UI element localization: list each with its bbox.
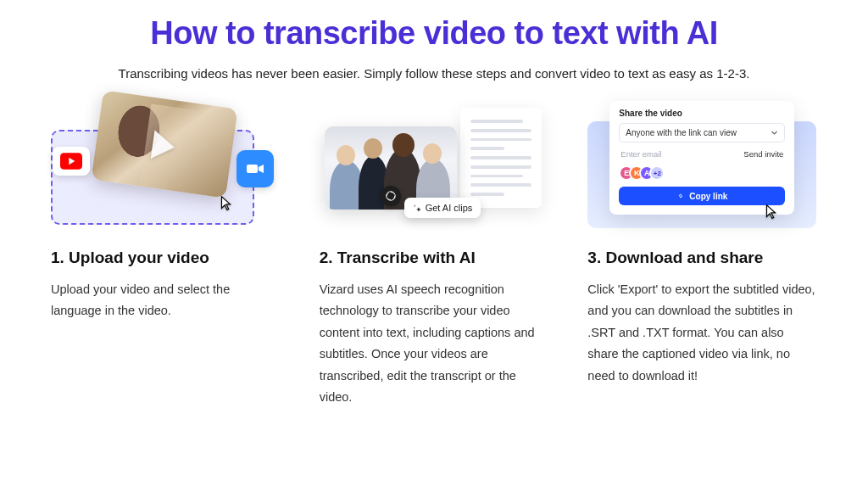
share-avatars: E K A +2 [619,165,785,181]
step-body-1: Upload your video and select the languag… [51,279,281,322]
step-title-3: 3. Download and share [587,249,817,267]
link-icon [676,192,685,200]
illustration-upload [51,98,281,233]
step-body-2: Vizard uses AI speech recognition techno… [320,279,549,408]
cursor-icon [217,194,236,213]
svg-rect-1 [247,165,258,173]
steps-row: 1. Upload your video Upload your video a… [51,98,817,408]
get-ai-clips-label: Get AI clips [426,203,473,213]
share-email-placeholder: Enter email [620,149,661,159]
copy-link-button: Copy link [619,187,785,205]
step-title-1: 1. Upload your video [51,249,281,267]
youtube-icon [53,147,90,176]
svg-point-2 [386,192,395,201]
get-ai-clips-chip: Get AI clips [404,198,481,218]
sparkle-icon [413,204,422,213]
cursor-icon [762,203,781,221]
step-transcribe: Get AI clips 2. Transcribe with AI Vizar… [320,98,549,408]
share-panel-title: Share the video [619,109,785,118]
openai-icon [381,186,401,206]
share-permission-select: Anyone with the link can view [619,123,785,143]
page-subtitle: Transcribing videos has never been easie… [112,64,756,84]
step-upload: 1. Upload your video Upload your video a… [51,98,281,408]
transcript-document [460,108,542,208]
step-title-2: 2. Transcribe with AI [320,249,549,267]
step-body-3: Click 'Export' to export the subtitled v… [587,279,817,387]
copy-link-label: Copy link [689,192,727,201]
step-share: Share the video Anyone with the link can… [587,98,817,408]
illustration-share: Share the video Anyone with the link can… [587,98,817,233]
share-permission-value: Anyone with the link can view [626,128,737,137]
chevron-down-icon [771,129,778,137]
zoom-icon [236,150,274,187]
avatar-overflow: +2 [649,165,665,181]
send-invite-label: Send invite [743,149,783,159]
illustration-transcribe: Get AI clips [320,98,549,233]
share-panel: Share the video Anyone with the link can… [609,101,794,215]
page-title: How to transcribe video to text with AI [51,15,817,52]
play-icon [151,130,176,161]
